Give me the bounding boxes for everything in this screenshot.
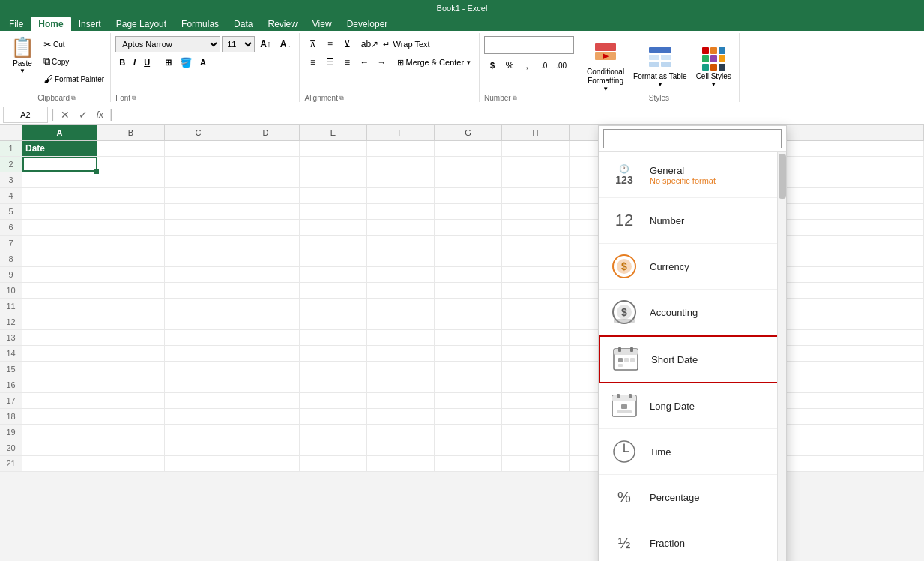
cell-F4[interactable] xyxy=(367,188,435,203)
cell-G7[interactable] xyxy=(435,236,502,250)
cell-A20[interactable] xyxy=(22,440,97,455)
cell-F1[interactable] xyxy=(367,141,435,156)
format-item-percentage[interactable]: % Percentage xyxy=(599,475,786,520)
cell-A7[interactable] xyxy=(22,236,97,250)
cell-C9[interactable] xyxy=(165,267,232,282)
cell-G18[interactable] xyxy=(435,409,502,424)
cell-H15[interactable] xyxy=(502,362,570,376)
font-name-select[interactable]: Aptos Narrow xyxy=(115,36,220,52)
cell-F5[interactable] xyxy=(367,204,435,219)
format-item-accounting[interactable]: $ Accounting xyxy=(599,290,786,335)
cell-D5[interactable] xyxy=(232,204,300,219)
cell-C3[interactable] xyxy=(165,172,232,188)
decrease-decimal-button[interactable]: .0 xyxy=(536,57,552,74)
align-left-button[interactable]: ≡ xyxy=(304,54,321,70)
cell-E19[interactable] xyxy=(300,424,367,440)
cell-G3[interactable] xyxy=(435,172,502,188)
cell-E2[interactable] xyxy=(300,157,367,172)
format-item-fraction[interactable]: ½ Fraction xyxy=(599,520,786,561)
col-header-E[interactable]: E xyxy=(300,125,367,140)
cell-B5[interactable] xyxy=(97,204,165,219)
cell-F12[interactable] xyxy=(367,314,435,329)
cell-E9[interactable] xyxy=(300,267,367,282)
format-item-long-date[interactable]: Long Date xyxy=(599,383,786,429)
cell-E13[interactable] xyxy=(300,330,367,345)
cell-G14[interactable] xyxy=(435,346,502,361)
cell-C12[interactable] xyxy=(165,314,232,329)
tab-page-layout[interactable]: Page Layout xyxy=(109,16,174,32)
col-header-C[interactable]: C xyxy=(165,125,232,140)
cell-F16[interactable] xyxy=(367,377,435,392)
cell-F6[interactable] xyxy=(367,220,435,235)
cell-C21[interactable] xyxy=(165,456,232,471)
bold-button[interactable]: B xyxy=(115,54,129,70)
cell-B2[interactable] xyxy=(97,157,165,172)
cell-G16[interactable] xyxy=(435,377,502,392)
col-header-H[interactable]: H xyxy=(502,125,570,140)
cell-G21[interactable] xyxy=(435,456,502,471)
cell-G9[interactable] xyxy=(435,267,502,282)
cell-D10[interactable] xyxy=(232,283,300,298)
cell-H5[interactable] xyxy=(502,204,570,219)
cell-F21[interactable] xyxy=(367,456,435,471)
cell-B12[interactable] xyxy=(97,314,165,329)
cell-C10[interactable] xyxy=(165,283,232,298)
format-item-currency[interactable]: $ Currency xyxy=(599,244,786,290)
cell-C13[interactable] xyxy=(165,330,232,345)
cell-F18[interactable] xyxy=(367,409,435,424)
cell-D12[interactable] xyxy=(232,314,300,329)
cell-H12[interactable] xyxy=(502,314,570,329)
format-painter-button[interactable]: 🖌 Format Painter xyxy=(40,70,107,87)
cell-D19[interactable] xyxy=(232,424,300,440)
cell-C4[interactable] xyxy=(165,188,232,203)
cell-B7[interactable] xyxy=(97,236,165,250)
cell-B18[interactable] xyxy=(97,409,165,424)
cell-B4[interactable] xyxy=(97,188,165,203)
tab-home[interactable]: Home xyxy=(31,16,70,32)
alignment-expand-icon[interactable]: ⧉ xyxy=(339,94,344,102)
confirm-icon[interactable]: ✓ xyxy=(76,109,91,121)
cell-H13[interactable] xyxy=(502,330,570,345)
cell-G5[interactable] xyxy=(435,204,502,219)
cell-B15[interactable] xyxy=(97,362,165,376)
cell-C17[interactable] xyxy=(165,393,232,408)
cell-B13[interactable] xyxy=(97,330,165,345)
cell-G15[interactable] xyxy=(435,362,502,376)
cell-D14[interactable] xyxy=(232,346,300,361)
decrease-indent-button[interactable]: ← xyxy=(356,54,372,70)
cell-C1[interactable] xyxy=(165,141,232,156)
cell-A3[interactable] xyxy=(22,172,97,188)
accounting-format-button[interactable]: $ xyxy=(484,57,501,74)
col-header-B[interactable]: B xyxy=(97,125,165,140)
tab-file[interactable]: File xyxy=(1,16,31,32)
col-header-F[interactable]: F xyxy=(367,125,435,140)
cell-D18[interactable] xyxy=(232,409,300,424)
format-item-general[interactable]: 🕐 123 General No specific format xyxy=(599,152,786,198)
cell-D7[interactable] xyxy=(232,236,300,250)
cell-A14[interactable] xyxy=(22,346,97,361)
cell-A15[interactable] xyxy=(22,362,97,376)
comma-format-button[interactable]: , xyxy=(519,57,535,74)
cell-H19[interactable] xyxy=(502,424,570,440)
cell-C6[interactable] xyxy=(165,220,232,235)
cell-H11[interactable] xyxy=(502,298,570,314)
cell-D8[interactable] xyxy=(232,251,300,266)
cell-E6[interactable] xyxy=(300,220,367,235)
cell-D3[interactable] xyxy=(232,172,300,188)
cell-A8[interactable] xyxy=(22,251,97,266)
cell-F11[interactable] xyxy=(367,298,435,314)
cell-D20[interactable] xyxy=(232,440,300,455)
cell-A10[interactable] xyxy=(22,283,97,298)
cell-E11[interactable] xyxy=(300,298,367,314)
underline-button[interactable]: U xyxy=(140,54,154,70)
cell-D13[interactable] xyxy=(232,330,300,345)
cell-E8[interactable] xyxy=(300,251,367,266)
cell-reference-box[interactable] xyxy=(3,106,48,123)
formula-input[interactable] xyxy=(116,106,921,123)
cell-B10[interactable] xyxy=(97,283,165,298)
cell-A6[interactable] xyxy=(22,220,97,235)
cell-A18[interactable] xyxy=(22,409,97,424)
cell-F8[interactable] xyxy=(367,251,435,266)
cell-H10[interactable] xyxy=(502,283,570,298)
cell-C5[interactable] xyxy=(165,204,232,219)
